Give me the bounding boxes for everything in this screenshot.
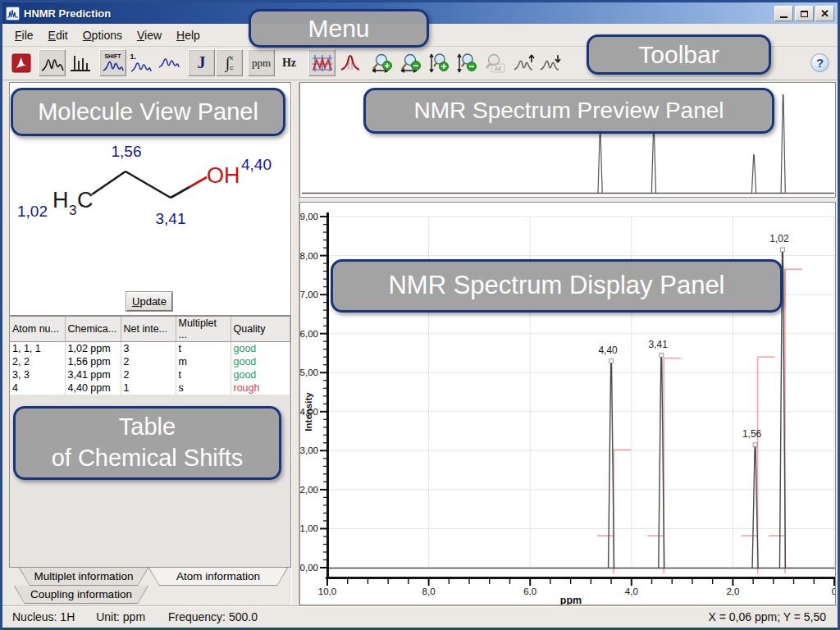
shift-label-1-56: 1,56 bbox=[112, 143, 142, 160]
stick-spectrum-button[interactable] bbox=[66, 49, 94, 76]
x-tick-label: 2,0 bbox=[726, 587, 739, 596]
toggle-grid-button[interactable] bbox=[308, 49, 336, 76]
shift-label-1-02: 1,02 bbox=[17, 203, 48, 220]
full-spectrum-button[interactable] bbox=[155, 49, 182, 76]
quality-cell: good bbox=[231, 355, 290, 368]
menu-edit[interactable]: Edit bbox=[41, 26, 75, 44]
zoom-out-vertical-icon bbox=[456, 52, 477, 74]
help-button[interactable]: ? bbox=[810, 53, 829, 72]
peak-top-marker bbox=[753, 443, 757, 447]
app-window: HNMR Prediction ✕ File Edit Options View… bbox=[0, 0, 840, 630]
peaks-down-icon bbox=[540, 52, 563, 74]
zoom-in-horizontal-button[interactable] bbox=[369, 49, 396, 76]
annotation-shift-table: Tableof Chemical Shifts bbox=[13, 406, 281, 480]
app-icon bbox=[6, 7, 20, 21]
spectrum-peak[interactable] bbox=[609, 361, 614, 568]
tab-row-2: Coupling information bbox=[9, 586, 291, 604]
first-order-spectrum-button[interactable]: 1. bbox=[127, 49, 154, 76]
shift-label: SHIFT bbox=[104, 53, 121, 59]
annotation-display-panel: NMR Spectrum Display Panel bbox=[331, 259, 783, 313]
tab-atom-information[interactable]: Atom information bbox=[148, 568, 288, 586]
update-button[interactable]: Update bbox=[126, 292, 172, 311]
increase-intensity-button[interactable] bbox=[511, 49, 538, 76]
zoom-in-vertical-icon bbox=[428, 52, 450, 74]
unit-ppm-button[interactable]: ppm bbox=[248, 49, 275, 76]
x-axis-title: ppm bbox=[560, 595, 582, 605]
peak-top-marker bbox=[781, 248, 785, 252]
annotation-molecule-panel: Molecule View Panel bbox=[11, 88, 285, 136]
help-icon: ? bbox=[816, 56, 824, 70]
ppm-label: ppm bbox=[252, 57, 271, 70]
maximize-button[interactable] bbox=[795, 6, 814, 21]
x-tick-label: 4,0 bbox=[625, 587, 638, 596]
peak-label: 1,56 bbox=[742, 428, 762, 440]
maximize-icon bbox=[801, 11, 808, 17]
zoom-all-button: All bbox=[481, 49, 508, 76]
annotation-toolbar: Toolbar bbox=[587, 34, 771, 75]
peak-shape-button[interactable] bbox=[336, 49, 363, 76]
close-button[interactable]: ✕ bbox=[815, 6, 834, 21]
menu-view[interactable]: View bbox=[130, 26, 169, 44]
close-icon: ✕ bbox=[820, 8, 829, 19]
zoom-in-horizontal-icon bbox=[372, 52, 395, 74]
col-header-quality[interactable]: Quality bbox=[231, 317, 290, 342]
tab-multiplet-information[interactable]: Multiplet information bbox=[19, 568, 148, 586]
peak-label: 1,02 bbox=[769, 233, 789, 244]
hydroxyl-label: OH bbox=[207, 163, 240, 188]
integral-button[interactable]: ∫ x c bbox=[216, 49, 243, 76]
annotation-menu: Menu bbox=[249, 9, 429, 48]
tab-row-1: Multiplet information Atom information bbox=[9, 568, 291, 586]
methyl-h: H bbox=[52, 188, 69, 212]
peak-label: 3,41 bbox=[649, 339, 669, 350]
menu-file[interactable]: File bbox=[7, 26, 41, 44]
curve-peaks-icon bbox=[41, 52, 64, 74]
blue-peaks-icon bbox=[103, 59, 124, 72]
preview-peak[interactable] bbox=[651, 127, 655, 193]
red-peak-icon bbox=[340, 53, 361, 73]
coupling-constants-button[interactable]: J bbox=[188, 49, 215, 76]
zoom-out-horizontal-button[interactable] bbox=[398, 49, 425, 76]
hz-label: Hz bbox=[282, 57, 296, 70]
table-row[interactable]: 1, 1, 11,02 ppm 3t good bbox=[10, 342, 290, 355]
col-header-atom[interactable]: Atom nu... bbox=[10, 317, 65, 342]
bond-c-o-red bbox=[189, 177, 207, 187]
zoom-in-vertical-button[interactable] bbox=[425, 49, 452, 76]
minimize-button[interactable] bbox=[774, 6, 793, 21]
y-tick-label: 0,00 bbox=[300, 563, 318, 573]
table-row[interactable]: 44,40 ppm 1s rough bbox=[10, 381, 290, 395]
x-tick-label: 0 bbox=[832, 587, 835, 596]
table-row[interactable]: 3, 33,41 ppm 2t good bbox=[10, 368, 290, 381]
status-unit: Unit: ppm bbox=[96, 610, 145, 623]
quality-cell: rough bbox=[231, 381, 290, 395]
status-nucleus: Nucleus: 1H bbox=[12, 610, 75, 623]
y-tick-label: 8,00 bbox=[300, 251, 318, 261]
peak-label: 4,40 bbox=[598, 345, 618, 356]
zoom-out-vertical-button[interactable] bbox=[453, 49, 480, 76]
panel-splitter[interactable] bbox=[291, 82, 299, 605]
status-frequency: Frequency: 500.0 bbox=[168, 610, 258, 623]
menu-options[interactable]: Options bbox=[75, 26, 130, 44]
chemical-shift-table[interactable]: Atom nu... Chemica... Net inte... Multip… bbox=[10, 317, 290, 395]
preview-peak[interactable] bbox=[598, 129, 602, 193]
col-header-integral[interactable]: Net inte... bbox=[121, 317, 176, 342]
y-tick-label: 6,00 bbox=[300, 329, 318, 339]
decrease-intensity-button[interactable] bbox=[537, 49, 564, 76]
curve-spectrum-button[interactable] bbox=[39, 49, 66, 76]
table-row[interactable]: 2, 21,56 ppm 2m good bbox=[10, 355, 290, 368]
y-tick-label: 1,00 bbox=[300, 523, 318, 533]
col-header-shift[interactable]: Chemica... bbox=[65, 317, 121, 342]
unit-hz-button[interactable]: Hz bbox=[276, 49, 303, 76]
quality-cell: good bbox=[231, 368, 290, 381]
y-tick-label: 7,00 bbox=[300, 290, 318, 299]
x-tick-label: 8,0 bbox=[422, 587, 436, 596]
export-pdf-button[interactable] bbox=[7, 49, 34, 76]
integral-sub: c bbox=[230, 63, 233, 72]
y-tick-label: 3,00 bbox=[300, 445, 318, 455]
tab-coupling-information[interactable]: Coupling information bbox=[14, 586, 148, 604]
menu-help[interactable]: Help bbox=[169, 26, 208, 44]
shift-prediction-button[interactable]: SHIFT bbox=[99, 49, 126, 76]
col-header-multiplet[interactable]: Multiplet ... bbox=[176, 317, 231, 342]
status-bar: Nucleus: 1H Unit: ppm Frequency: 500.0 X… bbox=[2, 605, 838, 628]
preview-peak[interactable] bbox=[751, 155, 756, 193]
preview-peak[interactable] bbox=[781, 95, 785, 193]
